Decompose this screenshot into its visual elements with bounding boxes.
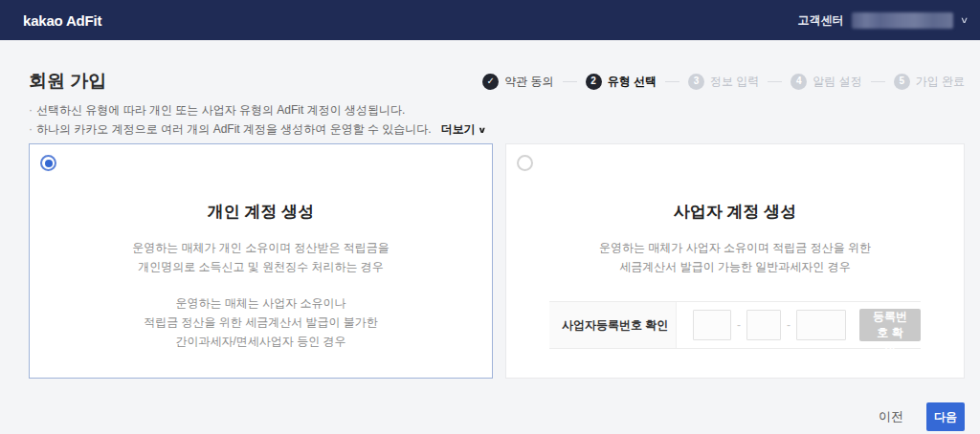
desc-line: 운영하는 매체는 사업자 소유이나 bbox=[30, 293, 492, 313]
business-registration-row: 사업자등록번호 확인 - - 등록번호 확인 bbox=[549, 301, 921, 349]
business-card-content: 사업자 계정 생성 운영하는 매체가 사업자 소유이며 적립금 정산을 위한 세… bbox=[506, 144, 964, 349]
step-separator bbox=[665, 81, 679, 82]
step-label: 유형 선택 bbox=[608, 74, 657, 90]
desc-line: 운영하는 매체가 사업자 소유이며 적립금 정산을 위한 bbox=[506, 238, 964, 257]
card-personal-account[interactable]: 개인 계정 생성 운영하는 매체가 개인 소유이며 정산받은 적립금을 개인명의… bbox=[29, 143, 493, 379]
business-reg-number-label: 사업자등록번호 확인 bbox=[549, 302, 677, 348]
chevron-down-icon: ∨ bbox=[478, 120, 487, 140]
step-label: 정보 입력 bbox=[710, 74, 759, 90]
verify-reg-number-button[interactable]: 등록번호 확인 bbox=[859, 309, 921, 341]
top-navbar: kakao AdFit 고객센터 ∨ bbox=[0, 0, 980, 40]
biz-number-input-2[interactable] bbox=[746, 310, 781, 340]
intro-notes: ·선택하신 유형에 따라 개인 또는 사업자 유형의 AdFit 계정이 생성됩… bbox=[29, 100, 965, 140]
step-type-select: 2 유형 선택 bbox=[586, 74, 657, 90]
radio-dot bbox=[45, 160, 53, 167]
step-signup-complete: 5 가입 완료 bbox=[894, 74, 965, 90]
step-label: 약관 동의 bbox=[504, 74, 553, 90]
radio-business-unselected[interactable] bbox=[517, 155, 533, 171]
step-label: 가입 완료 bbox=[916, 74, 965, 90]
more-button[interactable]: 더보기∨ bbox=[441, 119, 485, 140]
intro-note-1-text: 선택하신 유형에 따라 개인 또는 사업자 유형의 AdFit 계정이 생성됩니… bbox=[36, 103, 405, 117]
intro-note-2-text: 하나의 카카오 계정으로 여러 개의 AdFit 계정을 생성하여 운영할 수 … bbox=[36, 122, 432, 136]
progress-steps: ✓ 약관 동의 2 유형 선택 3 정보 입력 4 알림 설정 5 가입 완료 bbox=[482, 74, 965, 90]
personal-card-desc-2: 운영하는 매체는 사업자 소유이나 적립금 정산을 위한 세금계산서 발급이 불… bbox=[30, 293, 492, 351]
chevron-down-icon[interactable]: ∨ bbox=[960, 15, 974, 25]
intro-note-2: ·하나의 카카오 계정으로 여러 개의 AdFit 계정을 생성하여 운영할 수… bbox=[29, 119, 965, 140]
desc-line: 적립금 정산을 위한 세금계산서 발급이 불가한 bbox=[30, 313, 492, 332]
more-button-label: 더보기 bbox=[441, 122, 476, 136]
bullet: · bbox=[29, 122, 33, 136]
step-separator bbox=[768, 81, 782, 82]
business-reg-number-fields: - - 등록번호 확인 bbox=[677, 302, 921, 348]
prev-button[interactable]: 이전 bbox=[879, 408, 903, 425]
step-label: 알림 설정 bbox=[813, 74, 861, 90]
step-number: 2 bbox=[586, 74, 602, 90]
biz-number-input-3[interactable] bbox=[796, 310, 846, 340]
footer-actions: 이전 다음 bbox=[29, 402, 965, 431]
main-content: 회원 가입 ✓ 약관 동의 2 유형 선택 3 정보 입력 4 알림 설정 bbox=[0, 69, 980, 431]
step-terms: ✓ 약관 동의 bbox=[482, 74, 553, 90]
radio-personal-selected[interactable] bbox=[40, 155, 56, 171]
desc-line: 개인명의로 소득신고 및 원천징수 처리하는 경우 bbox=[30, 257, 492, 276]
navbar-right: 고객센터 ∨ bbox=[797, 12, 972, 29]
dash-separator: - bbox=[737, 318, 741, 332]
check-icon: ✓ bbox=[482, 74, 499, 90]
desc-line: 세금계산서 발급이 가능한 일반과세자인 경우 bbox=[506, 257, 964, 276]
business-card-desc: 운영하는 매체가 사업자 소유이며 적립금 정산을 위한 세금계산서 발급이 가… bbox=[506, 238, 964, 276]
desc-line: 운영하는 매체가 개인 소유이며 정산받은 적립금을 bbox=[30, 238, 492, 257]
step-number: 4 bbox=[791, 74, 807, 90]
next-button[interactable]: 다음 bbox=[926, 402, 965, 431]
card-business-account[interactable]: 사업자 계정 생성 운영하는 매체가 사업자 소유이며 적립금 정산을 위한 세… bbox=[505, 143, 965, 379]
kakao-adfit-logo[interactable]: kakao AdFit bbox=[23, 12, 101, 29]
bullet: · bbox=[29, 103, 33, 117]
step-number: 5 bbox=[894, 74, 910, 90]
step-separator bbox=[563, 81, 577, 82]
help-center-link[interactable]: 고객센터 bbox=[797, 12, 843, 29]
step-number: 3 bbox=[688, 74, 704, 90]
page-title: 회원 가입 bbox=[29, 69, 106, 94]
account-type-cards: 개인 계정 생성 운영하는 매체가 개인 소유이며 정산받은 적립금을 개인명의… bbox=[29, 143, 965, 379]
desc-line: 간이과세자/면세사업자 등인 경우 bbox=[30, 332, 492, 351]
account-name-redacted[interactable] bbox=[852, 12, 953, 29]
intro-note-1: ·선택하신 유형에 따라 개인 또는 사업자 유형의 AdFit 계정이 생성됩… bbox=[29, 100, 965, 119]
step-alert-settings: 4 알림 설정 bbox=[791, 74, 861, 90]
step-info-input: 3 정보 입력 bbox=[688, 74, 759, 90]
header-row: 회원 가입 ✓ 약관 동의 2 유형 선택 3 정보 입력 4 알림 설정 bbox=[29, 69, 965, 94]
personal-card-title: 개인 계정 생성 bbox=[30, 201, 492, 223]
dash-separator: - bbox=[787, 318, 791, 332]
biz-number-input-1[interactable] bbox=[693, 310, 731, 340]
step-separator bbox=[871, 81, 885, 82]
personal-card-desc-1: 운영하는 매체가 개인 소유이며 정산받은 적립금을 개인명의로 소득신고 및 … bbox=[30, 238, 492, 276]
personal-card-content: 개인 계정 생성 운영하는 매체가 개인 소유이며 정산받은 적립금을 개인명의… bbox=[30, 144, 492, 351]
business-card-title: 사업자 계정 생성 bbox=[506, 201, 964, 223]
